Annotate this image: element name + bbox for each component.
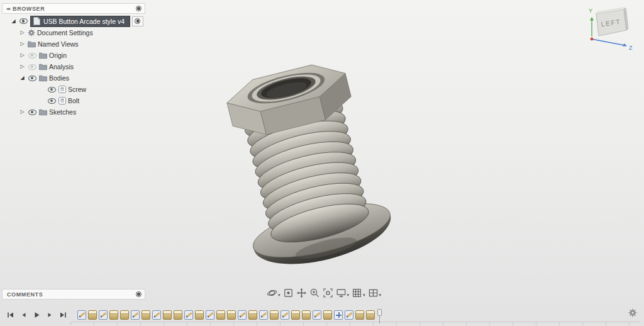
timeline-feature-sketch[interactable]: [313, 310, 321, 320]
browser-tree: ◢ USB Button Arcade style v4 ▷Document S…: [2, 15, 153, 118]
timeline-feature-sketch[interactable]: [99, 310, 108, 320]
timeline-go-to-end-button[interactable]: [59, 311, 67, 319]
dropdown-caret-icon: ▾: [278, 291, 280, 298]
tree-collapsed-arrow-icon[interactable]: ▷: [19, 42, 26, 47]
nav-fit-button[interactable]: [322, 286, 334, 300]
nav-viewports-button[interactable]: ▾: [367, 286, 382, 300]
timeline-feature-extrude[interactable]: [302, 310, 311, 320]
timeline-feature-sketch[interactable]: [259, 310, 268, 320]
timeline-feature-sketch[interactable]: [131, 310, 140, 320]
timeline-feature-extrude[interactable]: [174, 310, 182, 320]
timeline-feature-extrude[interactable]: [366, 310, 375, 320]
navigation-toolbar: ▾▾▾▾: [266, 286, 382, 300]
timeline-step-forward-button[interactable]: [46, 311, 54, 319]
timeline-feature-sketch[interactable]: [77, 310, 86, 320]
comments-panel-header[interactable]: COMMENTS: [2, 289, 145, 300]
visibility-eye-icon[interactable]: [28, 64, 37, 70]
visibility-eye-icon[interactable]: [19, 18, 28, 24]
timeline-feature-track: [77, 310, 375, 320]
timeline-feature-extrude[interactable]: [109, 310, 118, 320]
visibility-eye-icon[interactable]: [47, 87, 57, 93]
tree-collapsed-arrow-icon[interactable]: ▷: [19, 110, 26, 115]
browser-panel-header[interactable]: ◂◂ BROWSER: [2, 3, 145, 14]
timeline-go-to-beginning-button[interactable]: [6, 311, 14, 319]
timeline-feature-extrude[interactable]: [291, 310, 300, 320]
timeline-feature-sketch[interactable]: [184, 310, 193, 320]
browser-item-named-views[interactable]: ▷Named Views: [2, 38, 153, 50]
timeline-feature-sketch[interactable]: [345, 310, 353, 320]
folder-icon: [39, 75, 47, 82]
timeline-feature-extrude[interactable]: [248, 310, 257, 320]
x-axis-origin-dot: [591, 38, 594, 41]
body-icon: [58, 97, 66, 104]
timeline-scrubber[interactable]: [377, 309, 383, 324]
timeline-feature-sketch[interactable]: [238, 310, 247, 320]
tree-expanded-arrow-icon[interactable]: ◢: [10, 19, 17, 24]
active-document-chip[interactable]: USB Button Arcade style v4: [30, 16, 130, 27]
timeline-feature-move[interactable]: [334, 310, 343, 320]
browser-item-label: Origin: [49, 52, 67, 59]
z-axis-label: Z: [629, 45, 633, 51]
document-activate-radio[interactable]: [132, 16, 143, 26]
dropdown-caret-icon: ▾: [379, 291, 382, 298]
fusion-window: Y Z LEFT ◂◂ BROWSER ◢ USB Button Arcade …: [0, 0, 644, 326]
browser-item-label: Sketches: [49, 108, 76, 116]
nav-display-settings-button[interactable]: ▾: [335, 286, 350, 300]
browser-item-origin[interactable]: ▷Origin: [2, 50, 153, 61]
timeline-play-button[interactable]: [33, 311, 41, 319]
nav-grid-snaps-button[interactable]: ▾: [351, 286, 366, 300]
timeline-step-back-button[interactable]: [19, 311, 28, 319]
timeline-feature-extrude[interactable]: [355, 310, 364, 320]
timeline-feature-extrude[interactable]: [270, 310, 279, 320]
visibility-eye-icon[interactable]: [47, 98, 57, 104]
timeline-feature-extrude[interactable]: [142, 310, 150, 320]
browser-item-screw[interactable]: Screw: [2, 84, 153, 95]
browser-item-label: Bolt: [68, 97, 79, 104]
collapse-panel-icon[interactable]: ◂◂: [6, 6, 9, 11]
timeline-settings-gear-button[interactable]: [628, 308, 637, 317]
timeline-feature-extrude[interactable]: [216, 310, 225, 320]
nav-zoom-button[interactable]: [309, 286, 321, 300]
nav-orbit-button[interactable]: ▾: [266, 286, 281, 300]
document-icon: [33, 17, 40, 25]
tree-collapsed-arrow-icon[interactable]: ▷: [19, 53, 26, 58]
visibility-eye-icon[interactable]: [28, 110, 37, 115]
browser-item-sketches[interactable]: ▷Sketches: [2, 106, 153, 118]
tree-expanded-arrow-icon[interactable]: ◢: [19, 76, 26, 81]
timeline-feature-extrude[interactable]: [163, 310, 172, 320]
timeline-feature-extrude[interactable]: [195, 310, 204, 320]
browser-panel-title: BROWSER: [13, 6, 45, 12]
browser-item-label: Named Views: [38, 40, 79, 48]
dropdown-caret-icon: ▾: [363, 291, 365, 298]
timeline-feature-sketch[interactable]: [206, 310, 214, 320]
y-axis-arrow-icon: [590, 17, 594, 20]
browser-item-bodies[interactable]: ◢Bodies: [2, 72, 153, 84]
panel-display-dot-icon[interactable]: [136, 6, 142, 11]
browser-item-label: Document Settings: [37, 29, 93, 37]
timeline-feature-sketch[interactable]: [280, 310, 289, 320]
comments-panel-title: COMMENTS: [7, 291, 43, 298]
browser-item-document-settings[interactable]: ▷Document Settings: [2, 27, 153, 38]
timeline-feature-extrude[interactable]: [120, 310, 129, 320]
browser-item-label: Analysis: [49, 63, 74, 70]
tree-collapsed-arrow-icon[interactable]: ▷: [19, 64, 26, 69]
timeline-feature-extrude[interactable]: [323, 310, 332, 320]
timeline-feature-extrude[interactable]: [88, 310, 97, 320]
visibility-eye-icon[interactable]: [28, 76, 37, 81]
browser-root-item[interactable]: ◢ USB Button Arcade style v4: [2, 15, 153, 27]
nav-pan-button[interactable]: [296, 286, 308, 300]
browser-item-bolt[interactable]: Bolt: [2, 95, 153, 106]
browser-item-label: Bodies: [49, 74, 69, 82]
view-cube[interactable]: Y Z LEFT: [584, 5, 636, 52]
tree-collapsed-arrow-icon[interactable]: ▷: [19, 30, 26, 35]
nav-look-at-button[interactable]: [282, 286, 294, 300]
timeline-feature-sketch[interactable]: [152, 310, 161, 320]
y-axis-label: Y: [589, 8, 592, 14]
z-axis-line: [593, 40, 625, 46]
visibility-eye-icon[interactable]: [28, 53, 37, 59]
body-icon: [58, 86, 66, 93]
timeline-feature-extrude[interactable]: [227, 310, 236, 320]
panel-display-dot-icon[interactable]: [136, 291, 142, 297]
browser-item-analysis[interactable]: ▷Analysis: [2, 61, 153, 72]
folder-icon: [39, 64, 47, 70]
